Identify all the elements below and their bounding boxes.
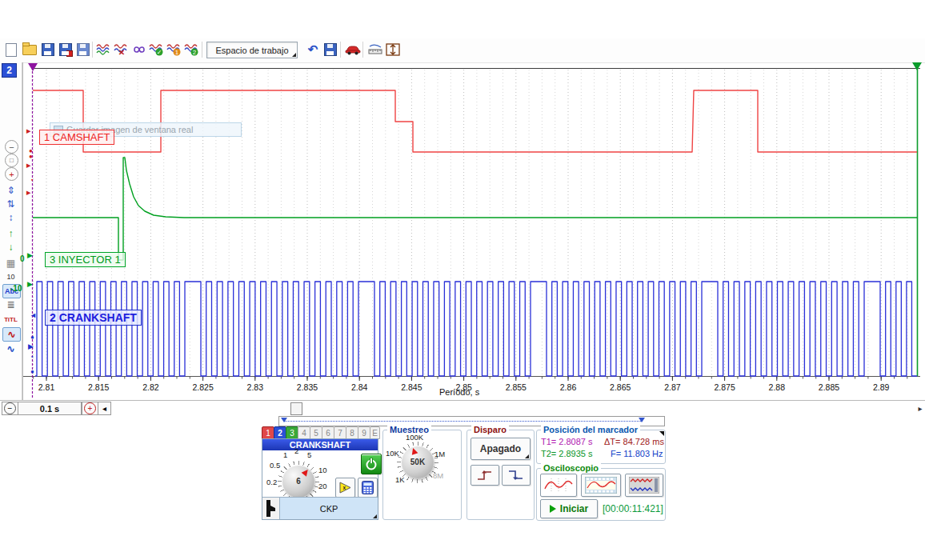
waves-one-button[interactable]: 1 — [166, 41, 183, 58]
crankshaft-label[interactable]: 2 CRANKSHAFT — [45, 310, 142, 326]
t1-value: T1= 2.8087 s — [541, 437, 593, 446]
channel-marker-icon[interactable]: ◄ — [30, 312, 37, 319]
window-zoom-button[interactable]: □ — [5, 154, 18, 167]
trigger-rising-button[interactable] — [471, 465, 499, 486]
tab-channel-9[interactable]: 9 — [358, 426, 370, 439]
vehicle-button[interactable] — [344, 41, 362, 58]
x-tick-label: 2.82 — [142, 382, 159, 392]
channel-marker-icon[interactable]: ▶ — [27, 252, 33, 259]
plus-circle-icon: + — [84, 402, 96, 414]
undo-icon: ↶ — [308, 42, 318, 57]
sampling-knob[interactable]: 50K — [402, 446, 434, 478]
move-down-button[interactable]: ↓ — [2, 241, 19, 254]
channel-marker-icon[interactable]: ▸ — [26, 188, 31, 197]
trigger-title: Disparo — [471, 425, 509, 434]
x-tick-label: 2.865 — [610, 382, 631, 392]
svg-text:✓: ✓ — [157, 49, 162, 56]
camshaft-label[interactable]: 1 CAMSHAFT — [39, 130, 114, 145]
hscroll-thumb[interactable] — [290, 402, 302, 415]
arrow-down-icon: ↓ — [9, 242, 14, 253]
waveform-alt-button[interactable]: ∿ — [2, 342, 19, 355]
save-button[interactable] — [39, 41, 57, 58]
power-icon — [364, 457, 378, 471]
channel-auto-button[interactable]: x — [335, 478, 355, 498]
save-window-button[interactable] — [322, 41, 339, 58]
trigger-falling-button[interactable] — [502, 465, 531, 486]
tab-channel-5[interactable]: 5 — [310, 426, 322, 439]
record-time: [00:00:11:421] — [603, 503, 663, 514]
start-button[interactable]: Iniciar — [540, 499, 598, 518]
waves-close-button[interactable]: ✕ — [113, 41, 130, 58]
tab-channel-7[interactable]: 7 — [334, 426, 346, 439]
tab-channel-2[interactable]: 2 — [274, 426, 286, 439]
probe-selector[interactable]: CKP — [280, 498, 378, 519]
waves-button-1[interactable] — [95, 41, 113, 58]
scroll-right-button[interactable]: ▸ — [915, 402, 925, 414]
channel-calculator-button[interactable] — [358, 478, 378, 498]
channel-marker-icon[interactable]: ▪ — [31, 177, 33, 182]
waveform-icon: ∿ — [7, 329, 15, 340]
save-as-button[interactable] — [57, 41, 74, 58]
inyector-label[interactable]: 3 INYECTOR 1 — [45, 252, 126, 267]
channel-marker-icon[interactable]: ▶ — [27, 281, 33, 288]
tab-channel-4[interactable]: 4 — [298, 426, 310, 439]
tab-channel-6[interactable]: 6 — [322, 426, 334, 439]
timebase-value[interactable]: 0.1 s — [18, 402, 82, 415]
time-marker-1[interactable] — [28, 63, 38, 71]
zoom-out-button[interactable]: − — [5, 140, 18, 154]
oscilloscope-panel: Osciloscopio Iniciar [00:00:11:421] — [536, 468, 666, 521]
expand-vertical-button[interactable]: ⇕ — [2, 184, 19, 197]
ruler-button[interactable] — [366, 41, 384, 58]
time-marker-2[interactable] — [912, 62, 922, 70]
svg-text:x: x — [343, 485, 346, 490]
range-start-handle[interactable] — [281, 418, 287, 422]
move-up-button[interactable]: ↑ — [2, 227, 19, 240]
scroll-right-icon: ▸ — [918, 404, 922, 413]
channel-marker-icon[interactable]: ▶ — [28, 343, 34, 350]
timebase-increase-button[interactable]: + — [82, 402, 98, 415]
timebase-decrease-button[interactable]: − — [2, 402, 18, 415]
zoom-in-button[interactable]: + — [5, 167, 18, 181]
digital-view-button[interactable]: 10 — [2, 270, 19, 283]
save-all-button[interactable] — [74, 41, 92, 58]
levels-button[interactable]: ≣ — [2, 298, 19, 311]
fit-vertical-button[interactable] — [384, 41, 402, 58]
gain-knob[interactable]: 6 — [282, 466, 314, 498]
waves-check-button[interactable]: ✓ — [148, 41, 166, 58]
time-labels-button[interactable]: TiTL — [2, 313, 19, 326]
channel-marker-icon[interactable]: ● — [29, 154, 33, 160]
mode-multiwave-button[interactable] — [625, 474, 663, 497]
tab-channel-e[interactable]: E — [370, 426, 380, 439]
trigger-mode-label: Apagado — [480, 443, 521, 454]
range-end-handle[interactable] — [639, 418, 645, 422]
loop-button[interactable] — [130, 41, 148, 58]
tab-channel-8[interactable]: 8 — [346, 426, 358, 439]
compress-vertical-button[interactable]: ↕ — [2, 211, 19, 224]
waves-one-icon: 1 — [166, 43, 182, 56]
swap-vertical-button[interactable]: ⇅ — [2, 198, 19, 210]
ruler-icon — [367, 44, 383, 55]
undo-button[interactable]: ↶ — [304, 41, 322, 58]
binary-icon: 10 — [6, 273, 14, 281]
open-button[interactable] — [21, 41, 38, 58]
trigger-mode-button[interactable]: Apagado — [471, 438, 531, 460]
mode-recorder-button[interactable] — [581, 474, 621, 497]
channel-marker-icon[interactable]: ● — [30, 334, 34, 341]
scroll-left-button[interactable]: ◂ — [98, 402, 111, 415]
waveform-view-button[interactable]: ∿ — [2, 327, 21, 342]
channel-marker-icon[interactable]: ▸ — [26, 161, 31, 170]
panel-collapse-icon[interactable] — [659, 431, 664, 436]
grid-toggle-button[interactable]: ▦ — [2, 257, 19, 270]
workspace-dropdown[interactable]: Espacio de trabajo — [206, 42, 298, 58]
waves-two-button[interactable]: 2 — [183, 41, 201, 58]
plot-area[interactable]: 2.812.8152.822.8252.832.8352.842.8452.85… — [22, 62, 925, 400]
tab-channel-1[interactable]: 1 — [262, 426, 274, 439]
channel-marker-icon[interactable]: ▪ — [31, 354, 33, 359]
mode-scope-button[interactable] — [540, 474, 577, 497]
x-tick-label: 2.825 — [192, 382, 213, 392]
tab-channel-3[interactable]: 3 — [286, 426, 298, 439]
new-document-button[interactable] — [2, 41, 20, 58]
channel-marker-icon[interactable]: ● — [30, 369, 34, 375]
channel-marker-icon[interactable]: ▸ — [26, 126, 31, 135]
channel-power-button[interactable] — [361, 454, 382, 474]
